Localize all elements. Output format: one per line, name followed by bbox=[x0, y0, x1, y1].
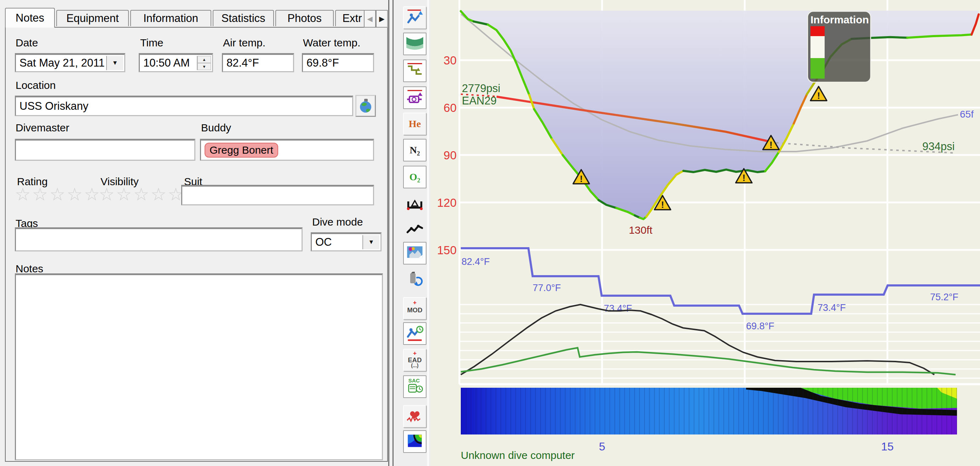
toolbar-rescale-tank-bar-button[interactable] bbox=[403, 268, 426, 291]
date-dropdown-icon[interactable]: ▼ bbox=[106, 56, 123, 70]
gas-bar-segment bbox=[810, 36, 825, 58]
depth-axis-label: 150 bbox=[437, 244, 457, 257]
rescale-tank-bar-icon bbox=[406, 270, 424, 289]
svg-text:N₂: N₂ bbox=[410, 144, 420, 155]
tab-photos[interactable]: Photos bbox=[275, 10, 334, 26]
temperature-label: 75.2°F bbox=[930, 292, 958, 302]
dive-profile-canvas[interactable]: 82.4°F77.0°F73.4°F69.8°F73.4°F75.2°F!!!!… bbox=[430, 0, 980, 466]
dive-mode-dropdown-icon[interactable]: ▼ bbox=[363, 235, 379, 249]
temperature-label: 82.4°F bbox=[461, 256, 490, 267]
toggle-helium-icon: He bbox=[406, 114, 424, 134]
notes-textarea[interactable] bbox=[15, 273, 383, 460]
svg-text:!: ! bbox=[817, 90, 820, 101]
toolbar-calculated-ceiling-button[interactable] bbox=[403, 86, 426, 109]
dive-mode-label: Dive mode bbox=[312, 216, 363, 228]
location-value: USS Oriskany bbox=[19, 100, 89, 113]
profile-toolbar: HeN₂O₂+MOD+EAD(...)SAC bbox=[394, 0, 430, 466]
location-label: Location bbox=[16, 79, 56, 91]
toolbar-shade-water-button[interactable] bbox=[403, 33, 426, 55]
dive-mode-combo[interactable]: OC ▼ bbox=[311, 232, 382, 251]
depth-axis-label: 120 bbox=[437, 196, 457, 209]
tab-information[interactable]: Information bbox=[130, 10, 211, 26]
svg-text:!: ! bbox=[742, 172, 745, 183]
svg-text:He: He bbox=[409, 118, 421, 129]
notes-panel: NotesEquipmentInformationStatisticsPhoto… bbox=[0, 0, 394, 466]
buddy-chip[interactable]: Gregg Bonert bbox=[205, 143, 278, 158]
panel-splitter[interactable] bbox=[388, 0, 389, 466]
toolbar-right-edge bbox=[427, 0, 429, 466]
buddy-field[interactable]: Gregg Bonert bbox=[200, 139, 374, 161]
information-overlay[interactable]: Information bbox=[808, 11, 871, 82]
toolbar-show-profile-marker-button[interactable] bbox=[403, 6, 426, 29]
divemaster-field[interactable] bbox=[15, 139, 196, 161]
gas-bar-segment bbox=[810, 26, 825, 36]
toggle-nitrogen-icon: N₂ bbox=[406, 140, 424, 160]
toolbar-toggle-oxygen-button[interactable]: O₂ bbox=[403, 166, 426, 188]
tissue-heatmap-icon bbox=[406, 432, 424, 452]
toolbar-toggle-nitrogen-button[interactable]: N₂ bbox=[403, 139, 426, 161]
tab-scroll-right-button[interactable]: ▶ bbox=[376, 10, 388, 28]
toolbar-ruler-button[interactable] bbox=[403, 192, 426, 214]
time-axis-label: 5 bbox=[599, 440, 605, 453]
tags-field[interactable] bbox=[15, 227, 302, 251]
date-combo[interactable]: Sat May 21, 2011 ▼ bbox=[15, 53, 125, 72]
notes-label: Notes bbox=[16, 263, 43, 275]
time-value: 10:50 AM bbox=[143, 57, 190, 69]
location-field[interactable]: USS Oriskany bbox=[15, 96, 353, 116]
toolbar-dive-duration-info-button[interactable] bbox=[403, 322, 426, 345]
globe-icon bbox=[358, 99, 373, 113]
location-globe-button[interactable] bbox=[355, 95, 376, 117]
toolbar-show-pictures-button[interactable] bbox=[403, 242, 426, 265]
svg-text:!: ! bbox=[580, 174, 583, 184]
toolbar-mod-button[interactable]: +MOD bbox=[403, 297, 426, 320]
calculated-ceiling-icon bbox=[406, 88, 424, 108]
time-spinbox[interactable]: 10:50 AM ▲▼ bbox=[139, 53, 213, 72]
temperature-label: 73.4°F bbox=[604, 303, 632, 314]
shade-water-icon bbox=[406, 34, 424, 54]
svg-text:+: + bbox=[413, 350, 417, 357]
app-window: { "tabs": { "items": ["Notes", "Equipmen… bbox=[0, 0, 980, 466]
svg-text:!: ! bbox=[769, 139, 773, 150]
average-depth-label: 65f bbox=[960, 109, 974, 120]
visibility-stars[interactable]: ☆☆☆☆☆ bbox=[99, 185, 185, 203]
depth-axis-label: 60 bbox=[444, 101, 457, 114]
temperature-label: 77.0°F bbox=[533, 282, 561, 293]
left-arrow-icon: ◀ bbox=[367, 14, 372, 23]
spin-up-icon: ▲ bbox=[197, 56, 211, 63]
rating-stars[interactable]: ☆☆☆☆☆ bbox=[15, 185, 101, 203]
date-label: Date bbox=[16, 37, 38, 49]
ruler-icon bbox=[406, 193, 424, 213]
water-temp-field[interactable]: 69.8°F bbox=[302, 53, 374, 72]
dc-reported-ceiling-icon bbox=[406, 61, 424, 81]
svg-text:O₂: O₂ bbox=[409, 171, 420, 182]
buddy-label: Buddy bbox=[201, 122, 231, 134]
toolbar-dc-reported-ceiling-button[interactable] bbox=[403, 59, 426, 82]
tab-statistics[interactable]: Statistics bbox=[213, 10, 274, 26]
dive-duration-info-icon bbox=[406, 324, 424, 343]
dive-mode-value: OC bbox=[315, 236, 332, 249]
start-pressure-label: 2779psi bbox=[462, 82, 500, 94]
tab-equipment[interactable]: Equipment bbox=[56, 10, 129, 26]
toolbar-tissue-heatmap-button[interactable] bbox=[403, 430, 426, 453]
information-title: Information bbox=[810, 14, 869, 26]
dive-profile-chart[interactable]: 82.4°F77.0°F73.4°F69.8°F73.4°F75.2°F!!!!… bbox=[430, 0, 980, 466]
svg-text:SAC: SAC bbox=[409, 377, 420, 383]
air-temp-label: Air temp. bbox=[223, 37, 266, 49]
tab-notes[interactable]: Notes bbox=[5, 8, 55, 28]
scale-graph-icon bbox=[406, 219, 424, 239]
time-spinner[interactable]: ▲▼ bbox=[197, 56, 211, 70]
tab-scroll-left-button[interactable]: ◀ bbox=[364, 10, 376, 28]
toolbar-ead-button[interactable]: +EAD(...) bbox=[403, 349, 426, 372]
toolbar-sac-button[interactable]: SAC bbox=[403, 375, 426, 398]
svg-text:!: ! bbox=[661, 199, 664, 210]
toolbar-scale-graph-button[interactable] bbox=[403, 218, 426, 241]
time-axis-label: 15 bbox=[881, 440, 894, 453]
mod-icon: +MOD bbox=[406, 298, 424, 318]
toolbar-heart-rate-button[interactable] bbox=[403, 405, 426, 428]
suit-field[interactable] bbox=[181, 185, 374, 205]
toolbar-toggle-helium-button[interactable]: He bbox=[403, 113, 426, 135]
panel-splitter-outer bbox=[393, 0, 393, 466]
date-value: Sat May 21, 2011 bbox=[19, 57, 105, 69]
air-temp-field[interactable]: 82.4°F bbox=[222, 53, 294, 72]
temperature-label: 73.4°F bbox=[818, 302, 846, 313]
